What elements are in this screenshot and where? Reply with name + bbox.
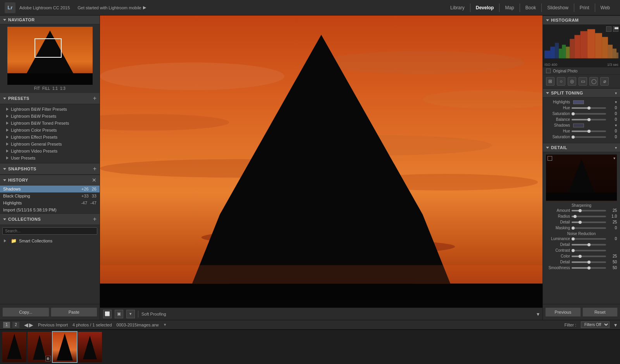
collections-search-input[interactable]	[2, 227, 97, 235]
smoothness-slider[interactable]	[572, 267, 606, 269]
split-toning-header[interactable]: Split Toning ▾	[543, 88, 620, 98]
radius-label: Radius	[546, 214, 570, 218]
preset-name: User Presets	[11, 156, 36, 160]
photo-count-label: 4 photos / 1 selected	[72, 323, 112, 327]
paste-button[interactable]: Paste	[51, 307, 98, 317]
collection-item[interactable]: 📁 Smart Collections	[2, 237, 97, 245]
preset-item[interactable]: Lightroom B&W Presets	[0, 113, 100, 120]
navigator-content: FIT FILL 1:1 1:3	[0, 24, 100, 93]
preset-item[interactable]: Lightroom General Presets	[0, 141, 100, 148]
history-val2: -47	[90, 201, 96, 205]
nav-book[interactable]: Book	[520, 3, 542, 12]
zoom-1-1[interactable]: 1:1	[52, 86, 58, 91]
history-item[interactable]: Import (5/11/16 5:38:19 PM)	[0, 206, 100, 213]
preset-arrow-icon	[6, 115, 9, 118]
page-num-2[interactable]: 2	[12, 322, 19, 328]
nav-slideshow[interactable]: Slideshow	[542, 3, 574, 12]
presets-add-button[interactable]: +	[93, 95, 96, 102]
color-slider[interactable]	[572, 256, 606, 257]
radial-filter-icon[interactable]: ◯	[589, 77, 598, 86]
history-item[interactable]: Shadows +26 26	[0, 185, 100, 192]
presets-header[interactable]: Presets +	[0, 93, 100, 104]
preset-item[interactable]: Lightroom Video Presets	[0, 148, 100, 155]
navigator-thumbnail[interactable]	[7, 27, 93, 85]
contrast-slider[interactable]	[572, 250, 606, 251]
highlights-sat-slider[interactable]	[572, 113, 606, 115]
filename-dropdown-icon[interactable]: ▾	[164, 322, 166, 327]
shadows-swatch[interactable]	[573, 124, 584, 127]
zoom-1-3[interactable]: 1:3	[60, 86, 65, 91]
split-toning-options-icon[interactable]: ▾	[615, 91, 617, 95]
view-loupe-icon[interactable]: ⬜	[103, 310, 112, 318]
filmstrip-thumb-4[interactable]	[78, 332, 102, 362]
nav-map[interactable]: Map	[499, 3, 520, 12]
detail-options-icon[interactable]: ▾	[615, 146, 617, 150]
zoom-fit[interactable]: FIT	[34, 86, 40, 91]
nav-library[interactable]: Library	[445, 3, 470, 12]
radius-slider[interactable]	[572, 216, 606, 217]
snapshots-header[interactable]: Snapshots +	[0, 163, 100, 175]
filmstrip-thumb-2[interactable]: ⊞	[28, 332, 52, 362]
detail-slider[interactable]	[572, 221, 606, 223]
history-item[interactable]: Black Clipping +33 33	[0, 192, 100, 199]
history-item-name: Black Clipping	[3, 194, 81, 198]
masking-slider[interactable]	[572, 227, 606, 229]
history-val1: +26	[81, 187, 89, 191]
collections-header[interactable]: Collections +	[0, 213, 100, 225]
detail-header[interactable]: Detail ▾	[543, 143, 620, 152]
preset-item[interactable]: Lightroom Color Presets	[0, 127, 100, 134]
detail-thumb-picker[interactable]	[548, 156, 552, 161]
nav-web[interactable]: Web	[595, 3, 615, 12]
snapshots-add-button[interactable]: +	[93, 165, 96, 172]
previous-button[interactable]: Previous	[545, 307, 581, 317]
history-item[interactable]: Highlights -47 -47	[0, 199, 100, 206]
luminance-slider[interactable]	[572, 238, 606, 240]
history-header[interactable]: History ✕	[0, 175, 100, 185]
filmstrip-collapse-icon[interactable]: ▾	[614, 322, 617, 328]
split-toning-highlights-reset[interactable]: ▾	[615, 100, 617, 104]
filmstrip-prev-arrow[interactable]: ◀	[24, 322, 28, 328]
filter-select[interactable]: Filters Off	[581, 321, 610, 328]
crop-tool-icon[interactable]: ⊞	[546, 77, 555, 86]
preset-item[interactable]: Lightroom B&W Toned Presets	[0, 120, 100, 127]
detail-thumb-options[interactable]: ▾	[613, 156, 615, 160]
preset-item[interactable]: Lightroom B&W Filter Presets	[0, 106, 100, 113]
shadows-sat-value: 0	[608, 135, 617, 139]
reset-button[interactable]: Reset	[582, 307, 618, 317]
preset-item[interactable]: Lightroom Effect Presets	[0, 134, 100, 141]
preset-name: Lightroom General Presets	[11, 142, 62, 146]
balance-slider[interactable]	[572, 119, 606, 120]
original-photo-checkbox[interactable]	[546, 69, 551, 73]
highlights-hue-slider[interactable]	[572, 107, 606, 109]
view-dropdown-icon[interactable]: ▾	[126, 310, 135, 318]
shadows-hue-slider[interactable]	[572, 130, 606, 132]
shadows-sat-slider[interactable]	[572, 136, 606, 138]
copy-button[interactable]: Copy...	[2, 307, 49, 317]
preset-item[interactable]: User Presets	[0, 155, 100, 161]
histogram-header[interactable]: Histogram	[543, 15, 620, 25]
lum-detail-slider[interactable]	[572, 244, 606, 246]
collections-add-button[interactable]: +	[93, 216, 96, 223]
filmstrip-thumb-1[interactable]	[2, 332, 26, 362]
split-toning-shadows-reset[interactable]: ▾	[615, 123, 617, 127]
redeye-icon[interactable]: ◎	[568, 77, 576, 86]
spot-removal-icon[interactable]: ○	[557, 77, 565, 86]
radius-value: 1.0	[608, 214, 617, 218]
highlights-swatch[interactable]	[573, 100, 584, 104]
filmstrip-next-arrow[interactable]: ▶	[29, 322, 33, 328]
shadows-sat-label: Saturation	[546, 135, 570, 139]
filmstrip-thumb-3[interactable]	[53, 332, 77, 362]
graduated-filter-icon[interactable]: ▭	[579, 77, 587, 86]
nav-print[interactable]: Print	[574, 3, 595, 12]
page-num-1[interactable]: 1	[3, 322, 10, 328]
navigator-title: Navigator	[8, 17, 35, 22]
zoom-fill[interactable]: FILL	[42, 86, 50, 91]
nav-develop[interactable]: Develop	[470, 3, 500, 12]
color-detail-slider[interactable]	[572, 261, 606, 263]
history-close-button[interactable]: ✕	[92, 177, 96, 183]
view-compare-icon[interactable]: ▣	[115, 310, 123, 318]
navigator-header[interactable]: Navigator	[0, 15, 100, 24]
toolbar-expand-icon[interactable]: ▾	[537, 311, 539, 317]
amount-slider[interactable]	[572, 210, 606, 211]
adjustment-brush-icon[interactable]: ⌀	[600, 77, 609, 86]
